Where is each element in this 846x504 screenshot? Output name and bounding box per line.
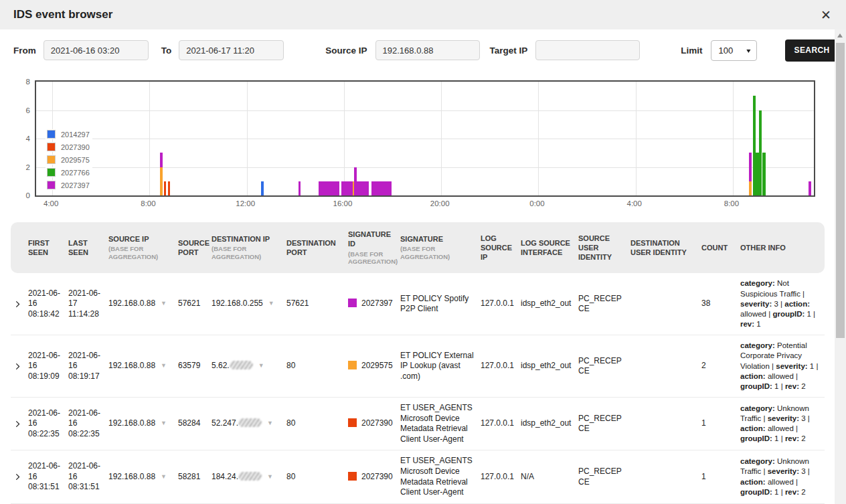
legend-item[interactable]: 2027390 [46, 142, 92, 152]
log-source-interface-cell: N/A [521, 472, 578, 483]
ip-dropdown-icon[interactable]: ▼ [161, 473, 167, 480]
target-ip-label: Target IP [490, 46, 528, 56]
signature-id-cell: 2027390 [348, 472, 400, 483]
other-info-key: rev: [785, 382, 799, 390]
chevron-right-icon [13, 419, 23, 429]
table-header: FIRST SEENLAST SEENSOURCE IP(BASE FOR AG… [11, 222, 825, 273]
table-row[interactable]: 2021-06-16 08:19:092021-06-16 08:19:1719… [11, 335, 825, 398]
log-source-ip-cell: 127.0.0.1 [481, 361, 521, 371]
other-info-cell: category: Unknown Traffic | severity: 3 … [740, 404, 825, 444]
other-info-key: action: [784, 300, 810, 308]
last-seen-cell: 2021-06-16 08:31:51 [68, 461, 108, 493]
search-button[interactable]: SEARCH [785, 39, 839, 62]
legend-item[interactable]: 2027766 [46, 167, 92, 177]
other-info-key: rev: [740, 320, 754, 328]
column-header-label: DESTINATION PORT [286, 238, 344, 258]
x-axis-tick-label: 4:00 [44, 199, 58, 207]
signature-color-swatch [348, 299, 357, 307]
chart-bar [809, 181, 811, 195]
other-info-key: rev: [785, 434, 799, 442]
vertical-scrollbar[interactable] [835, 29, 846, 504]
ip-dropdown-icon[interactable]: ▼ [161, 362, 167, 369]
column-header: DESTINATION PORT [286, 238, 348, 258]
destination-ip-value: 52.247. [212, 418, 238, 428]
x-axis-tick-label: 8:00 [724, 199, 739, 207]
close-icon[interactable]: ✕ [817, 7, 835, 23]
other-info-cell: category: Not Suspicious Traffic | sever… [740, 278, 825, 329]
chart-bar-segment [261, 181, 264, 195]
source-port-cell: 63579 [178, 361, 212, 371]
expand-row-button[interactable] [11, 361, 28, 371]
destination-ip-cell: 192.168.0.255▼ [212, 299, 286, 309]
x-axis-tick-label: 4:00 [627, 199, 642, 207]
table-row[interactable]: 2021-06-16 08:22:352021-06-16 08:22:3519… [11, 398, 825, 450]
destination-ip-cell: 52.247.▼ [212, 418, 286, 429]
chart-bar [164, 181, 166, 195]
ip-dropdown-icon[interactable]: ▼ [258, 362, 264, 369]
other-info-key: category: [740, 341, 775, 349]
events-table: FIRST SEENLAST SEENSOURCE IP(BASE FOR AG… [11, 222, 825, 504]
legend-item[interactable]: 2014297 [46, 129, 92, 139]
chart-bar [160, 153, 163, 195]
x-axis-tick-label: 0:00 [529, 199, 544, 207]
chart-bar-segment [809, 181, 811, 195]
legend-label: 2014297 [61, 131, 90, 139]
chevron-down-icon: ▾ [746, 47, 750, 54]
source-user-identity-cell: PC_RECEPCE [578, 294, 630, 315]
chart-bar [357, 181, 369, 195]
source-ip-cell: 192.168.0.88▼ [108, 472, 178, 483]
ip-dropdown-icon[interactable]: ▼ [267, 420, 273, 426]
chart-bar-segment [371, 181, 392, 195]
from-label: From [13, 46, 36, 56]
other-info-key: groupID: [740, 434, 772, 442]
expand-row-button[interactable] [11, 299, 28, 309]
scroll-up-icon[interactable] [837, 33, 843, 37]
source-ip-cell: 192.168.0.88▼ [108, 361, 178, 371]
column-header: LOG SOURCE IP [481, 234, 521, 262]
other-info-key: groupID: [740, 382, 772, 390]
chart-bar-segment [168, 181, 170, 195]
from-input[interactable] [44, 40, 149, 60]
limit-select[interactable]: 100 ▾ [711, 40, 757, 61]
column-header-label: LOG SOURCE INTERFACE [521, 238, 574, 258]
column-header-sublabel: (BASE FOR AGGREGATION) [348, 250, 396, 266]
column-header: DESTINATION IP(BASE FOR AGGREGATION) [212, 234, 286, 261]
destination-ip-value: 184.24. [212, 472, 238, 481]
legend-label: 2027397 [61, 181, 90, 189]
legend-item[interactable]: 2027397 [46, 180, 92, 190]
x-axis-tick-label: 12:00 [236, 199, 255, 207]
to-label: To [161, 46, 172, 56]
other-info-key: category: [740, 404, 775, 412]
target-ip-input[interactable] [535, 40, 640, 60]
redacted-ip-blur [230, 361, 253, 369]
source-ip-cell: 192.168.0.88▼ [108, 299, 178, 309]
ip-dropdown-icon[interactable]: ▼ [268, 300, 274, 307]
source-user-identity-cell: PC_RECEPCE [578, 414, 630, 434]
ip-dropdown-icon[interactable]: ▼ [161, 300, 167, 307]
signature-id-value: 2027390 [361, 418, 393, 428]
chart-bar [371, 181, 392, 195]
column-header: LAST SEEN [68, 238, 108, 258]
column-header-label: SIGNATURE ID [348, 230, 396, 249]
to-input[interactable] [179, 40, 284, 60]
chart-bar [749, 153, 752, 195]
ip-dropdown-icon[interactable]: ▼ [267, 473, 273, 480]
limit-value: 100 [719, 46, 734, 56]
events-timeline-chart: 20142972027390202957520277662027397 4:00… [20, 75, 825, 214]
chart-plot-area: 20142972027390202957520277662027397 [35, 80, 815, 197]
table-row[interactable]: 2021-06-16 08:18:422021-06-17 11:14:2819… [11, 273, 825, 335]
scrollbar-thumb[interactable] [836, 43, 845, 338]
signature-id-cell: 2029575 [348, 361, 400, 371]
table-row[interactable]: 2021-06-16 08:31:512021-06-16 08:31:5119… [11, 450, 825, 503]
source-ip-input[interactable] [375, 40, 480, 60]
other-info-key: groupID: [740, 488, 772, 496]
ip-dropdown-icon[interactable]: ▼ [161, 420, 167, 426]
expand-row-button[interactable] [11, 419, 28, 429]
other-info-key: category: [740, 457, 775, 465]
source-ip-value: 192.168.0.88 [108, 472, 155, 481]
signature-color-swatch [348, 361, 357, 369]
legend-item[interactable]: 2029575 [46, 155, 92, 165]
chart-bar-segment [299, 181, 301, 195]
expand-row-button[interactable] [11, 472, 28, 482]
other-info-key: action: [740, 424, 766, 432]
